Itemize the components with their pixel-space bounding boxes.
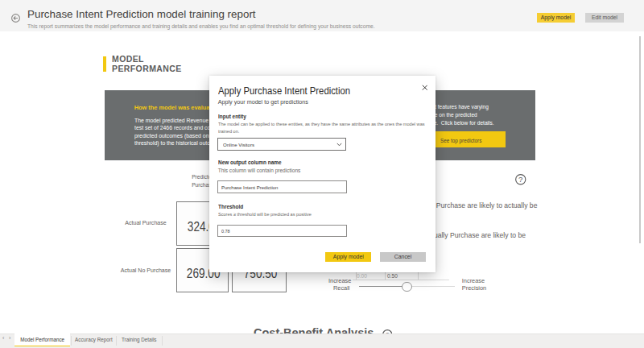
- svg-text:?: ?: [518, 175, 522, 184]
